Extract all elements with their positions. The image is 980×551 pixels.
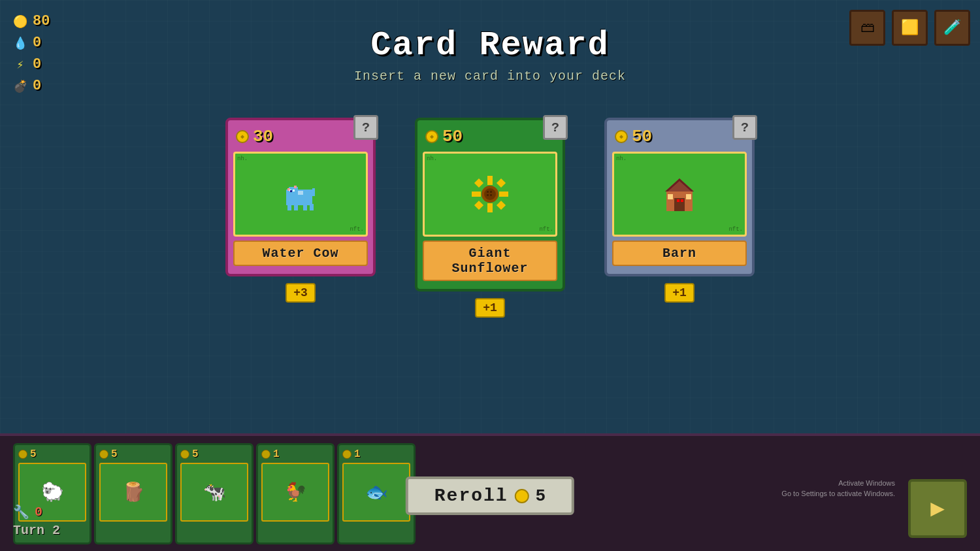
- plus-badge-3: +1: [604, 283, 755, 303]
- card-name-bar-1: Water Cow: [233, 241, 368, 266]
- deck-card-3[interactable]: 5 🐄: [175, 443, 253, 544]
- svg-rect-3: [294, 186, 297, 188]
- plus-badge-2: +1: [415, 298, 565, 318]
- svg-rect-34: [681, 199, 683, 202]
- svg-rect-14: [487, 203, 493, 212]
- card-coin-icon-3: ◆: [615, 130, 628, 143]
- next-button[interactable]: ▶: [908, 479, 967, 538]
- arrow-right-icon: ▶: [930, 494, 945, 523]
- svg-rect-7: [287, 204, 291, 210]
- deck-image-3: 🐄: [180, 463, 248, 522]
- watermark-line1: Activate Windows: [781, 478, 895, 488]
- plus-value-3: +1: [664, 283, 694, 303]
- card-name-1: Water Cow: [262, 246, 338, 261]
- question-badge-1[interactable]: ?: [353, 115, 378, 140]
- svg-rect-31: [686, 194, 691, 199]
- card-cost-2: 50: [442, 127, 463, 146]
- page-title: Card Reward: [0, 26, 980, 65]
- question-badge-2[interactable]: ?: [543, 115, 568, 140]
- card-coin-icon-2: ◆: [425, 130, 438, 143]
- svg-rect-17: [474, 178, 483, 187]
- bottom-left-info: 🔧 0 Turn 2: [13, 504, 60, 538]
- svg-rect-15: [472, 192, 481, 197]
- svg-rect-24: [490, 191, 492, 193]
- card-image-1: nh. nft.: [233, 152, 368, 237]
- plus-badge-1: +3: [225, 283, 376, 303]
- barn-sprite: [659, 173, 701, 216]
- deck-image-4: 🐓: [261, 463, 329, 522]
- card-water-cow[interactable]: ? ◆ 30 nh. nft.: [225, 118, 376, 318]
- reroll-coin-icon: [515, 489, 529, 503]
- deck-cost-4: 1: [273, 448, 280, 460]
- svg-rect-5: [293, 190, 295, 192]
- svg-rect-8: [294, 204, 298, 210]
- deck-image-5: 🐟: [342, 463, 410, 522]
- deck-coin-3: [180, 450, 189, 459]
- deck-cost-1: 5: [30, 448, 37, 460]
- card-giant-sunflower[interactable]: ? ◆ 50 nh. nft.: [415, 118, 565, 318]
- svg-rect-12: [290, 190, 292, 192]
- card-barn[interactable]: ? ◆ 50 nh. nft.: [604, 118, 755, 318]
- deck-card-4[interactable]: 1 🐓: [256, 443, 335, 544]
- svg-rect-19: [474, 200, 483, 209]
- card-cost-1: 30: [253, 127, 273, 146]
- reward-cards-area: ? ◆ 30 nh. nft.: [0, 118, 980, 318]
- card-name-2: Giant Sunflower: [451, 246, 528, 276]
- title-area: Card Reward Insert a new card into your …: [0, 26, 980, 84]
- deck-cost-3: 5: [192, 448, 199, 460]
- svg-rect-11: [312, 188, 315, 196]
- card-coin-icon-1: ◆: [236, 130, 249, 143]
- plus-value-1: +3: [286, 283, 316, 303]
- svg-rect-10: [310, 204, 314, 210]
- card-image-2: nh. nft.: [423, 152, 557, 237]
- page-subtitle: Insert a new card into your deck: [0, 69, 980, 84]
- deck-coin-1: [18, 450, 27, 459]
- plus-value-2: +1: [475, 298, 505, 318]
- windows-watermark: Activate Windows Go to Settings to activ…: [781, 478, 895, 499]
- svg-rect-16: [499, 192, 508, 197]
- svg-rect-30: [668, 194, 673, 199]
- reroll-button[interactable]: Reroll 5: [406, 476, 574, 515]
- deck-coin-2: [99, 450, 108, 459]
- water-cow-sprite: [280, 176, 322, 212]
- svg-rect-20: [496, 200, 505, 209]
- card-cost-3: 50: [632, 127, 652, 146]
- deck-card-5[interactable]: 1 🐟: [337, 443, 416, 544]
- wrench-icon: 🔧: [13, 504, 29, 520]
- card-header-1: ◆ 30: [233, 125, 368, 148]
- svg-rect-6: [298, 191, 303, 195]
- deck-cost-2: 5: [111, 448, 118, 460]
- card-header-2: ◆ 50: [423, 125, 557, 148]
- card-name-bar-2: Giant Sunflower: [423, 241, 557, 281]
- svg-rect-23: [487, 191, 489, 193]
- reroll-label: Reroll: [434, 486, 508, 506]
- deck-coin-5: [342, 450, 351, 459]
- svg-rect-25: [487, 194, 489, 196]
- card-name-3: Barn: [662, 246, 696, 261]
- deck-cost-5: 1: [354, 448, 361, 460]
- svg-rect-33: [677, 199, 679, 202]
- card-header-3: ◆ 50: [612, 125, 747, 148]
- deck-coin-4: [261, 450, 270, 459]
- card-name-bar-3: Barn: [612, 241, 747, 266]
- deck-image-2: 🪵: [99, 463, 167, 522]
- svg-rect-18: [496, 178, 505, 187]
- reroll-cost: 5: [536, 486, 546, 506]
- svg-rect-13: [487, 176, 493, 185]
- svg-rect-9: [303, 204, 307, 210]
- question-badge-3[interactable]: ?: [732, 115, 757, 140]
- card-image-3: nh. nft.: [612, 152, 747, 237]
- svg-rect-26: [490, 194, 492, 196]
- watermark-line2: Go to Settings to activate Windows.: [781, 489, 895, 499]
- turn-count: 0: [35, 505, 42, 520]
- deck-card-2[interactable]: 5 🪵: [94, 443, 172, 544]
- sunflower-sprite: [469, 173, 512, 216]
- turn-label: Turn 2: [13, 523, 60, 538]
